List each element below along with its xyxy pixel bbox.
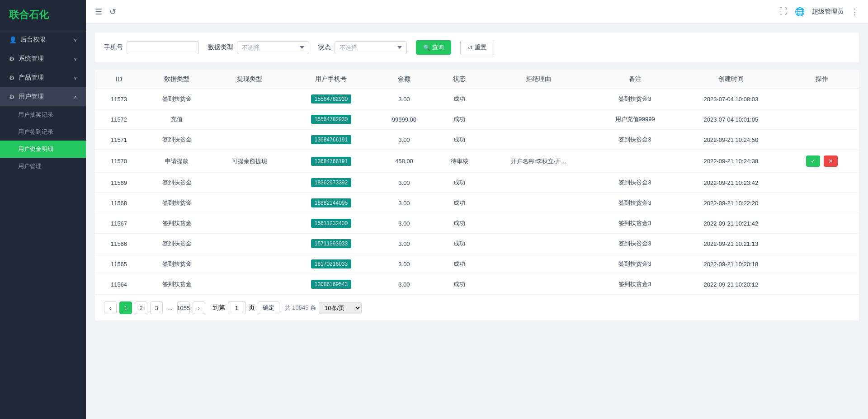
cell-amount: 99999.00 [374, 109, 434, 130]
table-row: 11564 签到扶贫金 13086169543 3.00 成功 签到扶贫金3 2… [95, 274, 859, 295]
page-content: 手机号 数据类型 不选择 状态 不选择 🔍 查询 ↺ 重置 [86, 24, 868, 419]
goto-confirm-button[interactable]: 确定 [258, 301, 279, 314]
cell-reject [484, 130, 593, 150]
reset-button[interactable]: ↺ 重置 [460, 40, 494, 55]
cell-created: 2022-09-21 10:23:42 [677, 173, 785, 193]
sidebar-item-user-label: 用户管理 [19, 93, 44, 101]
cell-type: 签到扶贫金 [143, 173, 211, 193]
cell-action: ✓ ✕ [785, 150, 859, 173]
cell-created: 2022-09-21 10:20:12 [677, 274, 785, 295]
col-id: ID [95, 70, 143, 89]
cell-id: 11570 [95, 150, 143, 173]
cell-created: 2022-09-21 10:21:42 [677, 213, 785, 234]
reject-button[interactable]: ✕ [824, 155, 838, 167]
status-label: 状态 [318, 43, 331, 52]
cell-id: 11565 [95, 254, 143, 274]
cell-created: 2022-09-21 10:21:13 [677, 234, 785, 254]
table-row: 11573 签到扶贫金 15564782930 3.00 成功 签到扶贫金3 2… [95, 89, 859, 109]
cell-withdraw-type [211, 274, 288, 295]
sidebar-item-signin[interactable]: 用户签到记录 [0, 123, 86, 141]
goto-input[interactable] [228, 301, 246, 314]
cell-withdraw-type [211, 109, 288, 130]
search-icon: 🔍 [423, 44, 430, 51]
chevron-up-icon: ∧ [74, 94, 77, 99]
col-status: 状态 [434, 70, 484, 89]
cell-type: 签到扶贫金 [143, 254, 211, 274]
cell-type: 申请提款 [143, 150, 211, 173]
page-size-select[interactable]: 10条/页 20条/页 50条/页 [319, 302, 362, 314]
sidebar-item-system[interactable]: ⚙ 系统管理 ∨ [0, 49, 86, 68]
prev-page-button[interactable]: ‹ [104, 301, 117, 314]
chevron-down-icon: ∨ [74, 38, 77, 42]
fullscreen-icon[interactable]: ⛶ [779, 7, 788, 16]
goto-label: 到第 [212, 304, 225, 312]
more-icon[interactable]: ⋮ [851, 7, 859, 17]
col-reject: 拒绝理由 [484, 70, 593, 89]
cell-reject: 开户名称:李秋立·开... [484, 150, 593, 173]
sidebar-item-system-label: 系统管理 [19, 55, 44, 63]
cell-amount: 458.00 [374, 150, 434, 173]
cell-status: 成功 [434, 89, 484, 109]
cell-id: 11566 [95, 234, 143, 254]
cell-amount: 3.00 [374, 234, 434, 254]
phone-label: 手机号 [104, 43, 123, 52]
cell-action [785, 234, 859, 254]
chevron-down-icon: ∨ [74, 56, 77, 61]
status-filter: 状态 不选择 [318, 41, 407, 54]
sidebar: 联合石化 👤 后台权限 ∨ ⚙ 系统管理 ∨ ⚙ 产品管理 ∨ ⚙ 用户管理 ∧… [0, 0, 86, 419]
sidebar-item-lottery[interactable]: 用户抽奖记录 [0, 106, 86, 123]
sidebar-item-product-label: 产品管理 [19, 74, 44, 82]
type-label: 数据类型 [208, 43, 233, 52]
menu-icon[interactable]: ☰ [95, 7, 102, 17]
table-row: 11570 申请提款 可提余额提现 13684766191 458.00 待审核… [95, 150, 859, 173]
table-header-row: ID 数据类型 提现类型 用户手机号 金额 状态 拒绝理由 备注 创建时间 操作 [95, 70, 859, 89]
cell-reject [484, 254, 593, 274]
approve-button[interactable]: ✓ [806, 155, 820, 167]
sidebar-item-user[interactable]: ⚙ 用户管理 ∧ [0, 87, 86, 106]
sidebar-item-manage[interactable]: 用户管理 [0, 158, 86, 175]
cell-status: 成功 [434, 213, 484, 234]
cell-amount: 3.00 [374, 274, 434, 295]
globe-icon[interactable]: 🌐 [795, 7, 805, 17]
sidebar-item-backend-label: 后台权限 [20, 36, 46, 44]
cell-status: 成功 [434, 109, 484, 130]
query-button[interactable]: 🔍 查询 [416, 40, 451, 55]
status-select[interactable]: 不选择 [335, 41, 407, 54]
page-total: 共 10545 条 [285, 304, 316, 312]
sidebar-item-backend[interactable]: 👤 后台权限 ∨ [0, 30, 86, 49]
cell-type: 签到扶贫金 [143, 193, 211, 213]
refresh-icon[interactable]: ↺ [109, 7, 116, 17]
table-row: 11566 签到扶贫金 15711393933 3.00 成功 签到扶贫金3 2… [95, 234, 859, 254]
page-last-button[interactable]: 1055 [177, 301, 190, 314]
header-left: ☰ ↺ [95, 7, 116, 17]
cell-status: 成功 [434, 254, 484, 274]
phone-input[interactable] [127, 41, 199, 54]
cell-remark: 用户充值99999 [593, 109, 677, 130]
filter-bar: 手机号 数据类型 不选择 状态 不选择 🔍 查询 ↺ 重置 [95, 33, 859, 62]
cell-type: 签到扶贫金 [143, 130, 211, 150]
type-select[interactable]: 不选择 [237, 41, 309, 54]
page-1-button[interactable]: 1 [119, 301, 132, 314]
header-right: ⛶ 🌐 超级管理员 ⋮ [779, 7, 859, 17]
page-3-button[interactable]: 3 [150, 301, 163, 314]
cell-created: 2022-09-21 10:24:38 [677, 150, 785, 173]
cell-remark: 签到扶贫金3 [593, 234, 677, 254]
cell-phone: 13684766191 [288, 130, 374, 150]
reset-icon: ↺ [468, 44, 473, 51]
table-row: 11571 签到扶贫金 13684766191 3.00 成功 签到扶贫金3 2… [95, 130, 859, 150]
col-type: 数据类型 [143, 70, 211, 89]
cell-action [785, 213, 859, 234]
cell-reject [484, 213, 593, 234]
cell-amount: 3.00 [374, 193, 434, 213]
cell-created: 2022-09-21 10:20:18 [677, 254, 785, 274]
cell-withdraw-type [211, 234, 288, 254]
user-icon: 👤 [9, 36, 17, 43]
cell-status: 待审核 [434, 150, 484, 173]
cell-type: 签到扶贫金 [143, 213, 211, 234]
sidebar-item-product[interactable]: ⚙ 产品管理 ∨ [0, 68, 86, 87]
next-page-button[interactable]: › [193, 301, 205, 314]
page-unit: 页 [249, 304, 255, 312]
gear-icon: ⚙ [9, 93, 15, 100]
page-2-button[interactable]: 2 [135, 301, 147, 314]
sidebar-item-funds[interactable]: 用户资金明细 [0, 141, 86, 158]
